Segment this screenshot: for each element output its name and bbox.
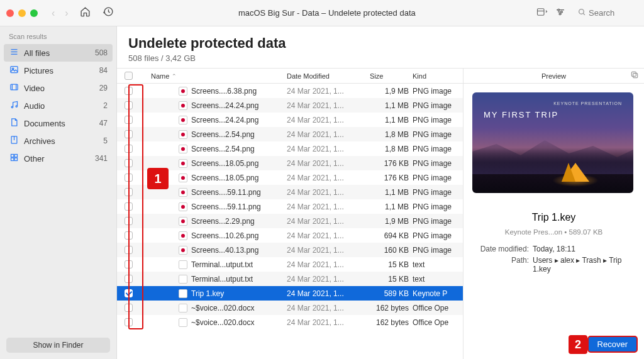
file-png-icon (179, 217, 187, 226)
sidebar-item-other[interactable]: Other341 (0, 150, 116, 167)
row-date: 24 Mar 2021, 1... (287, 260, 370, 269)
row-date: 24 Mar 2021, 1... (287, 275, 370, 284)
window-title: macOS Big Sur - Data – Undelete protecte… (123, 8, 531, 18)
sidebar-item-archives[interactable]: Archives5 (0, 132, 116, 150)
row-checkbox[interactable] (117, 116, 140, 124)
row-checkbox[interactable] (117, 275, 140, 283)
file-docx-icon (179, 318, 187, 327)
row-size: 1,1 MB (370, 116, 413, 124)
svg-rect-27 (633, 74, 638, 78)
table-row[interactable]: Screens...40.13.png24 Mar 2021, 1...160 … (117, 243, 463, 257)
row-date: 24 Mar 2021, 1... (287, 202, 370, 211)
row-name: Terminal...utput.txt (140, 260, 287, 269)
column-name[interactable]: Name⌃ (140, 72, 287, 80)
row-date: 24 Mar 2021, 1... (287, 87, 370, 96)
sidebar-item-documents[interactable]: Documents47 (0, 114, 116, 132)
history-icon[interactable] (99, 5, 118, 21)
view-options-icon[interactable] (536, 8, 548, 18)
svg-rect-28 (631, 72, 636, 76)
row-checkbox[interactable] (117, 130, 140, 138)
row-checkbox[interactable] (117, 101, 140, 109)
row-checkbox[interactable] (117, 246, 140, 254)
table-row[interactable]: ~$voice...020.docx24 Mar 2021, 1...162 b… (117, 315, 463, 329)
row-date: 24 Mar 2021, 1... (287, 246, 370, 255)
file-png-icon (179, 101, 187, 110)
table-row[interactable]: Screens...2.54.png24 Mar 2021, 1...1,8 M… (117, 127, 463, 141)
row-checkbox[interactable] (117, 188, 140, 196)
column-date[interactable]: Date Modified (287, 72, 370, 80)
copy-icon[interactable] (630, 70, 639, 81)
svg-rect-16 (10, 84, 17, 90)
row-checkbox[interactable] (117, 87, 140, 95)
svg-point-6 (558, 9, 560, 11)
filter-icon[interactable] (555, 8, 565, 18)
row-size: 1,1 MB (370, 202, 413, 211)
sidebar-item-pictures[interactable]: Pictures84 (0, 62, 116, 79)
row-checkbox[interactable] (117, 318, 140, 326)
maximize-window-button[interactable] (30, 9, 38, 17)
table-row[interactable]: Screens...18.05.png24 Mar 2021, 1...176 … (117, 156, 463, 170)
file-docx-icon (179, 304, 187, 312)
search-box[interactable] (573, 6, 638, 20)
svg-rect-1 (538, 9, 545, 16)
table-row[interactable]: Screens...24.24.png24 Mar 2021, 1...1,1 … (117, 113, 463, 127)
row-date: 24 Mar 2021, 1... (287, 116, 370, 124)
file-txt-icon (179, 275, 187, 284)
row-checkbox[interactable] (117, 145, 140, 153)
minimize-window-button[interactable] (18, 9, 26, 17)
table-row[interactable]: Screens....6.38.png24 Mar 2021, 1...1,9 … (117, 84, 463, 98)
table-row[interactable]: Screens....59.11.png24 Mar 2021, 1...1,1… (117, 185, 463, 199)
table-row[interactable]: Screens...2.29.png24 Mar 2021, 1...1,9 M… (117, 214, 463, 228)
column-kind[interactable]: Kind (413, 72, 463, 80)
select-all-checkbox[interactable] (117, 72, 140, 80)
back-button[interactable]: ‹ (49, 6, 57, 20)
row-name: Screens...24.24.png (140, 101, 287, 110)
row-size: 176 KB (370, 174, 413, 182)
date-modified-value: Today, 18:11 (533, 245, 635, 253)
row-checkbox[interactable] (117, 159, 140, 167)
show-in-finder-button[interactable]: Show in Finder (6, 338, 110, 353)
recover-button[interactable]: Recover (587, 336, 638, 353)
table-row[interactable]: Trip 1.key24 Mar 2021, 1...589 KBKeynote… (117, 286, 463, 301)
row-name: Screens...18.05.png (140, 159, 287, 168)
row-checkbox[interactable] (117, 289, 140, 297)
column-size[interactable]: Size (370, 72, 413, 80)
row-name: Screens...2.54.png (140, 145, 287, 153)
table-row[interactable]: Screens...10.26.png24 Mar 2021, 1...694 … (117, 228, 463, 243)
file-png-icon (179, 202, 187, 211)
svg-rect-24 (14, 155, 17, 157)
sidebar-item-count: 508 (95, 48, 108, 57)
svg-rect-25 (11, 158, 13, 160)
home-icon[interactable] (76, 5, 94, 21)
table-row[interactable]: Screens...2.54.png24 Mar 2021, 1...1,8 M… (117, 141, 463, 156)
table-row[interactable]: Screens...24.24.png24 Mar 2021, 1...1,1 … (117, 98, 463, 113)
row-date: 24 Mar 2021, 1... (287, 145, 370, 153)
forward-button[interactable]: › (62, 6, 70, 20)
close-window-button[interactable] (6, 9, 14, 17)
file-png-icon (179, 174, 187, 182)
sidebar-item-all-files[interactable]: All files508 (4, 44, 113, 62)
row-checkbox[interactable] (117, 231, 140, 240)
row-checkbox[interactable] (117, 202, 140, 211)
row-size: 1,8 MB (370, 145, 413, 153)
sidebar-item-label: Other (24, 154, 45, 163)
annotation-callout-1: 1 (147, 168, 169, 189)
video-icon (9, 82, 19, 94)
table-row[interactable]: Terminal...utput.txt24 Mar 2021, 1...15 … (117, 257, 463, 272)
sidebar-item-video[interactable]: Video29 (0, 79, 116, 97)
sidebar-item-audio[interactable]: Audio2 (0, 97, 116, 114)
table-row[interactable]: ~$voice...020.docx24 Mar 2021, 1...162 b… (117, 301, 463, 315)
row-size: 1,1 MB (370, 101, 413, 110)
sidebar-item-count: 29 (99, 84, 108, 92)
table-row[interactable]: Screens....59.11.png24 Mar 2021, 1...1,1… (117, 199, 463, 214)
row-date: 24 Mar 2021, 1... (287, 304, 370, 312)
row-size: 15 KB (370, 275, 413, 284)
search-input[interactable] (589, 8, 633, 18)
row-checkbox[interactable] (117, 260, 140, 268)
table-row[interactable]: Screens...18.05.png24 Mar 2021, 1...176 … (117, 170, 463, 185)
row-size: 162 bytes (370, 318, 413, 327)
row-checkbox[interactable] (117, 174, 140, 182)
row-checkbox[interactable] (117, 217, 140, 225)
row-checkbox[interactable] (117, 304, 140, 312)
table-row[interactable]: Terminal...utput.txt24 Mar 2021, 1...15 … (117, 272, 463, 286)
